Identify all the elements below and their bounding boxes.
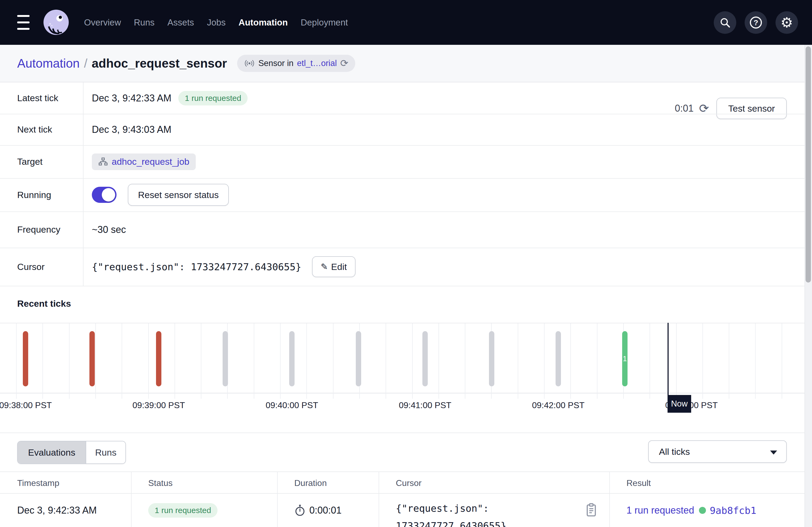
ticks-filter-select[interactable]: All ticks	[648, 440, 787, 463]
latest-tick-label: Latest tick	[0, 93, 83, 103]
tick-bar-success[interactable]: 1	[622, 331, 627, 387]
nav-item-jobs[interactable]: Jobs	[207, 17, 226, 28]
tab-evaluations[interactable]: Evaluations	[18, 441, 86, 463]
tick-bar-failure[interactable]	[156, 331, 161, 387]
gridline	[676, 323, 677, 399]
sensor-icon	[244, 59, 255, 68]
next-tick-value: Dec 3, 9:43:03 AM	[92, 124, 171, 135]
menu-button[interactable]	[17, 15, 30, 30]
tick-bar-skipped[interactable]	[422, 331, 428, 387]
evaluations-table-header: Timestamp Status Duration Cursor Result	[0, 471, 812, 494]
edit-cursor-button[interactable]: ✎ Edit	[312, 256, 355, 277]
reset-sensor-status-button[interactable]: Reset sensor status	[128, 184, 229, 206]
latest-tick-row: Latest tick Dec 3, 9:42:33 AM 1 run requ…	[0, 82, 812, 114]
col-timestamp: Timestamp	[17, 472, 59, 494]
axis-tick-label: 09:41:00 PST	[393, 400, 457, 410]
gridline	[518, 323, 518, 399]
next-tick-label: Next tick	[0, 124, 83, 135]
evaluations-runs-tabs: Evaluations Runs	[17, 441, 126, 464]
nav-item-runs[interactable]: Runs	[134, 17, 155, 28]
gridline	[755, 323, 756, 399]
nav-item-automation[interactable]: Automation	[238, 17, 288, 28]
gridline	[306, 323, 307, 399]
search-button[interactable]	[714, 11, 736, 34]
gridline	[333, 323, 334, 399]
row-status-badge: 1 run requested	[148, 503, 218, 517]
scrollbar-thumb[interactable]	[806, 46, 811, 283]
tick-bar-skipped[interactable]	[222, 331, 228, 387]
gridline	[729, 323, 729, 399]
nav-item-overview[interactable]: Overview	[84, 17, 121, 28]
axis-tick-label: 09:39:00 PST	[127, 400, 191, 410]
automation-sensor-page: Overview Runs Assets Jobs Automation Dep…	[0, 0, 812, 527]
gridline	[412, 323, 413, 399]
page-title: adhoc_request_sensor	[91, 56, 227, 71]
gridline	[42, 323, 43, 399]
help-button[interactable]: ?	[744, 11, 767, 34]
gridline	[570, 323, 571, 399]
nav-item-assets[interactable]: Assets	[168, 17, 194, 28]
now-marker-label: Now	[668, 395, 691, 413]
chevron-down-icon	[770, 451, 777, 454]
gridline	[650, 323, 650, 399]
column-divider	[277, 471, 278, 527]
gridline	[702, 323, 703, 399]
gridline	[254, 323, 254, 399]
gridline	[597, 323, 597, 399]
gridline	[95, 323, 96, 399]
frequency-row: Frequency ~30 sec	[0, 211, 812, 248]
top-nav: Overview Runs Assets Jobs Automation Dep…	[0, 0, 812, 45]
page-header: Automation / adhoc_request_sensor Sensor…	[0, 45, 812, 82]
tick-bar-skipped[interactable]	[489, 331, 494, 387]
breadcrumb-automation-link[interactable]: Automation	[17, 56, 80, 71]
col-cursor: Cursor	[396, 472, 422, 494]
gridline	[122, 323, 122, 399]
section-divider	[0, 433, 812, 433]
latest-tick-value: Dec 3, 9:42:33 AM	[92, 93, 171, 104]
axis-tick-label: 09:40:00 PST	[260, 400, 324, 410]
pencil-icon: ✎	[321, 261, 328, 272]
cursor-row: Cursor {"request.json": 1733247727.64306…	[0, 248, 812, 286]
ticks-filter-value: All ticks	[659, 447, 690, 457]
column-divider	[131, 471, 132, 527]
row-result: 1 run requested 9ab8fcb1	[626, 500, 756, 521]
nav-item-deployment[interactable]: Deployment	[301, 17, 348, 28]
axis-tick-label: 09:42:00 PST	[526, 400, 591, 410]
col-status: Status	[148, 472, 173, 494]
row-status: 1 run requested	[148, 500, 218, 521]
col-duration: Duration	[294, 472, 327, 494]
tick-bar-failure[interactable]	[89, 331, 95, 387]
col-result: Result	[626, 472, 651, 494]
job-icon	[98, 157, 108, 167]
svg-text:?: ?	[753, 18, 758, 27]
dagster-logo-icon[interactable]	[43, 9, 69, 35]
column-divider	[379, 471, 379, 527]
tick-bar-skipped[interactable]	[555, 331, 561, 387]
settings-button[interactable]: ⚙	[775, 11, 798, 34]
axis-tick-label: 09:38:00 PST	[0, 400, 58, 410]
run-status-dot	[699, 507, 706, 514]
target-job-link[interactable]: adhoc_request_job	[92, 153, 196, 170]
target-job-name: adhoc_request_job	[112, 156, 189, 167]
running-toggle[interactable]	[92, 187, 117, 203]
gridline	[465, 323, 465, 399]
column-divider	[609, 471, 610, 527]
tick-bar-failure[interactable]	[23, 331, 28, 387]
reload-location-icon[interactable]: ⟳	[340, 59, 348, 68]
frequency-label: Frequency	[0, 224, 83, 235]
result-runs-link[interactable]: 1 run requested	[626, 505, 694, 516]
tick-history-chart: 1	[0, 323, 812, 399]
cursor-value: {"request.json": 1733247727.6430655}	[92, 261, 301, 272]
code-location-link[interactable]: etl_t…orial	[297, 59, 337, 68]
tab-runs[interactable]: Runs	[86, 441, 126, 463]
search-icon	[719, 16, 731, 29]
run-id-link[interactable]: 9ab8fcb1	[710, 505, 756, 516]
gridline	[148, 323, 149, 399]
gridline	[782, 323, 782, 399]
tick-bar-skipped[interactable]	[289, 331, 294, 387]
nav-links: Overview Runs Assets Jobs Automation Dep…	[84, 0, 348, 45]
tick-bar-skipped[interactable]	[356, 331, 361, 387]
row-duration: 0:00:01	[294, 500, 342, 521]
cursor-label: Cursor	[0, 261, 83, 272]
copy-cursor-icon[interactable]	[584, 502, 598, 518]
